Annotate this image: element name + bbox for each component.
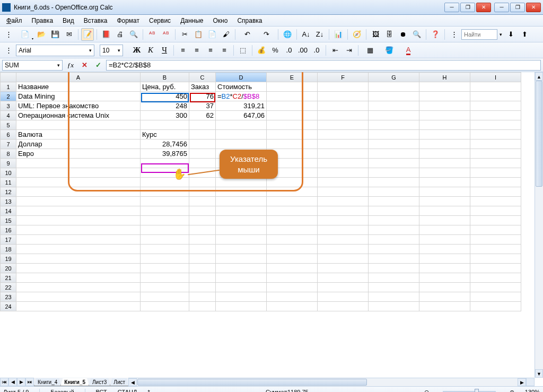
cell[interactable]: Название — [16, 82, 141, 92]
menu-tools[interactable]: Сервис — [145, 16, 175, 25]
row-header[interactable]: 1 — [1, 82, 16, 92]
accept-formula-button[interactable]: ✓ — [92, 59, 104, 71]
handle3-icon[interactable]: ⋮ — [2, 44, 15, 57]
handle2-icon[interactable]: ⋮ — [448, 28, 460, 41]
find-next-button[interactable]: ⬇ — [504, 28, 517, 41]
autospell-button[interactable]: ᴬᴮ — [160, 28, 172, 41]
tab-first-button[interactable]: ⏮ — [0, 378, 8, 386]
close-button[interactable]: ✕ — [476, 3, 491, 12]
decrease-indent-button[interactable]: ⇤ — [329, 44, 341, 57]
export-pdf-button[interactable]: 📕 — [100, 28, 112, 41]
bold-button[interactable]: Ж — [130, 44, 143, 57]
tab-last-button[interactable]: ⏭ — [25, 378, 34, 386]
sheet-tab[interactable]: Лист — [110, 378, 129, 386]
col-header-B[interactable]: B — [141, 73, 189, 82]
cell-D2-editing[interactable]: =B2*C2/$B$8 — [216, 92, 267, 101]
col-header-C[interactable]: C — [189, 73, 216, 82]
doc-close-button[interactable]: ✕ — [526, 3, 541, 12]
save-button[interactable]: 💾 — [49, 28, 62, 41]
percent-button[interactable]: % — [269, 44, 282, 57]
menu-format[interactable]: Формат — [112, 16, 144, 25]
scroll-up-button[interactable]: ▲ — [535, 72, 543, 81]
cell[interactable]: Евро — [16, 149, 141, 159]
italic-button[interactable]: К — [144, 44, 157, 57]
scroll-right-button[interactable]: ▶ — [518, 378, 526, 386]
cell[interactable]: Data Mining — [16, 92, 141, 101]
gallery-button[interactable]: 🖼 — [369, 28, 382, 41]
status-std[interactable]: СТАНД — [118, 389, 137, 392]
borders-button[interactable]: ▦ — [361, 44, 379, 57]
handle-icon[interactable]: ⋮ — [2, 28, 15, 41]
minimize-button[interactable]: ─ — [444, 3, 459, 12]
row-header[interactable]: 4 — [1, 111, 16, 120]
menu-view[interactable]: Вид — [58, 16, 78, 25]
row-header[interactable]: 3 — [1, 101, 16, 111]
open-button[interactable]: 📂 — [35, 28, 48, 41]
menu-help[interactable]: Справка — [233, 16, 266, 25]
copy-button[interactable]: 📋 — [192, 28, 205, 41]
font-size-select[interactable]: 10▾ — [100, 45, 123, 56]
cell[interactable]: 319,21 — [216, 101, 267, 111]
zoom-out-button[interactable]: ⊖ — [424, 389, 429, 393]
increase-indent-button[interactable]: ⇥ — [343, 44, 355, 57]
redo-button[interactable]: ↷ — [257, 28, 275, 41]
select-all-corner[interactable] — [1, 73, 16, 82]
search-input[interactable] — [461, 29, 497, 40]
grid[interactable]: A B C D E F G H I 1 Название Цена, руб. … — [0, 72, 521, 311]
cell[interactable] — [267, 82, 318, 92]
datasources-button[interactable]: 🗄 — [383, 28, 396, 41]
font-name-select[interactable]: Arial▾ — [16, 45, 94, 56]
cell[interactable]: Валюта — [16, 130, 141, 140]
menu-file[interactable]: Файл — [2, 16, 27, 25]
print-preview-button[interactable]: 🔍 — [127, 28, 140, 41]
align-justify-button[interactable]: ≡ — [218, 44, 231, 57]
help-button[interactable]: ❓ — [429, 28, 442, 41]
cell-B8[interactable]: 39,8765 — [141, 149, 189, 159]
col-header-G[interactable]: G — [369, 73, 419, 82]
fontcolor-button[interactable]: A — [399, 44, 417, 57]
zoom-in-button[interactable]: ⊕ — [510, 389, 514, 393]
paste-button[interactable]: 📄 — [206, 28, 218, 41]
split-box[interactable] — [526, 378, 535, 386]
record-button[interactable]: ⏺ — [397, 28, 409, 41]
underline-button[interactable]: Ч — [158, 44, 171, 57]
menu-edit[interactable]: Правка — [28, 16, 58, 25]
add-decimal-button[interactable]: .00 — [296, 44, 309, 57]
doc-restore-button[interactable]: ❐ — [510, 3, 525, 12]
sort-desc-button[interactable]: Z↓ — [313, 28, 326, 41]
email-button[interactable]: ✉ — [63, 28, 75, 41]
scroll-down-button[interactable]: ▼ — [535, 369, 543, 378]
formula-input[interactable]: =B2*C2/$B$8 — [106, 60, 541, 71]
cell-B2[interactable]: 450 — [141, 92, 189, 101]
col-header-H[interactable]: H — [419, 73, 470, 82]
doc-minimize-button[interactable]: ─ — [494, 3, 509, 12]
restore-button[interactable]: ❐ — [460, 3, 475, 12]
hscroll-thumb[interactable] — [137, 379, 367, 386]
cell[interactable]: 248 — [141, 101, 189, 111]
col-header-A[interactable]: A — [16, 73, 141, 82]
find-prev-button[interactable]: ⬆ — [518, 28, 531, 41]
cell-C2[interactable]: 76 — [189, 92, 216, 101]
tab-prev-button[interactable]: ◀ — [8, 378, 17, 386]
cell[interactable]: Стоимость — [216, 82, 267, 92]
col-header-F[interactable]: F — [318, 73, 369, 82]
cell[interactable]: 37 — [189, 101, 216, 111]
align-right-button[interactable]: ≡ — [204, 44, 217, 57]
cell[interactable]: Заказ — [189, 82, 216, 92]
edit-doc-button[interactable]: 📝 — [81, 28, 94, 41]
spellcheck-button[interactable]: ᴬᴮ — [146, 28, 159, 41]
col-header-I[interactable]: I — [470, 73, 521, 82]
format-paint-button[interactable]: 🖌 — [220, 28, 232, 41]
currency-button[interactable]: 💰 — [255, 44, 268, 57]
cell[interactable]: Курс — [141, 130, 189, 140]
cell[interactable]: 62 — [189, 111, 216, 120]
align-left-button[interactable]: ≡ — [177, 44, 189, 57]
zoom-button[interactable]: 🔍 — [410, 28, 423, 41]
menu-insert[interactable]: Вставка — [80, 16, 112, 25]
sheet-tab[interactable]: Лист3 — [89, 378, 110, 386]
cell[interactable]: Цена, руб. — [141, 82, 189, 92]
col-header-D[interactable]: D — [216, 73, 267, 82]
undo-button[interactable]: ↶ — [238, 28, 256, 41]
new-button[interactable]: 📄▾ — [16, 28, 34, 41]
row-header[interactable]: 2 — [1, 92, 16, 101]
